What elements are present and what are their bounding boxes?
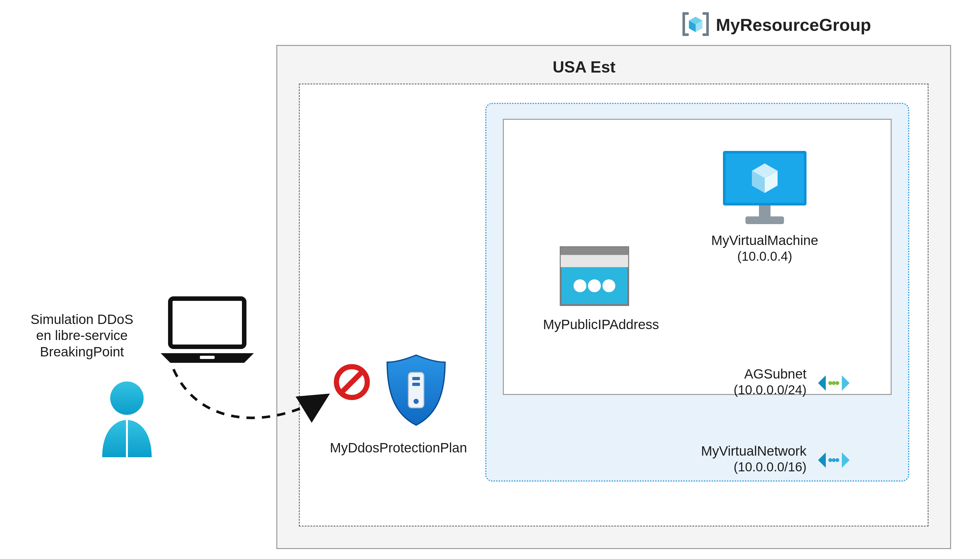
svg-point-6 — [574, 280, 586, 292]
subnet-badge-icon — [816, 366, 851, 402]
client-line2: en libre-service — [13, 327, 151, 344]
ddos-shield-node — [363, 353, 469, 428]
svg-marker-17 — [842, 375, 849, 391]
resource-group-header: MyResourceGroup — [681, 10, 871, 40]
svg-point-29 — [413, 399, 419, 404]
shield-icon — [384, 423, 448, 428]
svg-rect-12 — [745, 217, 784, 224]
svg-marker-21 — [818, 452, 826, 468]
svg-point-24 — [832, 458, 836, 462]
vm-name: MyVirtualMachine — [700, 232, 829, 248]
public-ip-label: MyPublicIPAddress — [543, 317, 646, 332]
svg-point-34 — [110, 382, 144, 415]
client-line3: BreakingPoint — [13, 344, 151, 360]
vnet-name: MyVirtualNetwork — [652, 443, 806, 459]
resource-group-icon — [681, 10, 710, 40]
svg-point-7 — [588, 280, 601, 292]
svg-rect-5 — [561, 247, 628, 255]
svg-rect-11 — [759, 205, 771, 217]
svg-point-20 — [836, 381, 839, 385]
subnet-label-block: AGSubnet (10.0.0.0/24) — [665, 366, 806, 397]
svg-rect-28 — [412, 383, 420, 386]
svg-marker-16 — [818, 375, 826, 391]
vnet-badge-icon — [816, 442, 851, 479]
public-ip-node: MyPublicIPAddress — [543, 244, 646, 332]
virtual-machine-icon — [716, 223, 813, 229]
vm-ip: (10.0.0.4) — [700, 248, 829, 264]
region-title: USA Est — [553, 58, 615, 76]
vnet-label-block: MyVirtualNetwork (10.0.0.0/16) — [652, 443, 806, 475]
svg-line-31 — [342, 372, 362, 392]
diagram-stage: MyResourceGroup USA Est MyPublicIPAddres… — [0, 0, 980, 559]
svg-point-8 — [602, 280, 615, 292]
user-icon — [96, 379, 158, 460]
client-caption: Simulation DDoS en libre-service Breakin… — [13, 311, 151, 360]
resource-group-title: MyResourceGroup — [716, 15, 871, 35]
attack-arrow — [161, 356, 341, 441]
vnet-cidr: (10.0.0.0/16) — [652, 459, 806, 475]
subnet-name: AGSubnet — [665, 366, 806, 382]
public-ip-icon — [557, 304, 632, 309]
subnet-cidr: (10.0.0.0/24) — [665, 382, 806, 397]
client-line1: Simulation DDoS — [13, 311, 151, 327]
svg-point-18 — [828, 381, 832, 385]
svg-point-23 — [828, 458, 832, 462]
svg-marker-22 — [842, 452, 849, 468]
ddos-name: MyDdosProtectionPlan — [315, 440, 482, 456]
svg-point-25 — [836, 458, 839, 462]
virtual-machine-node: MyVirtualMachine (10.0.0.4) — [700, 144, 829, 264]
svg-rect-32 — [170, 299, 244, 347]
svg-point-19 — [832, 381, 836, 385]
svg-rect-27 — [412, 377, 420, 380]
